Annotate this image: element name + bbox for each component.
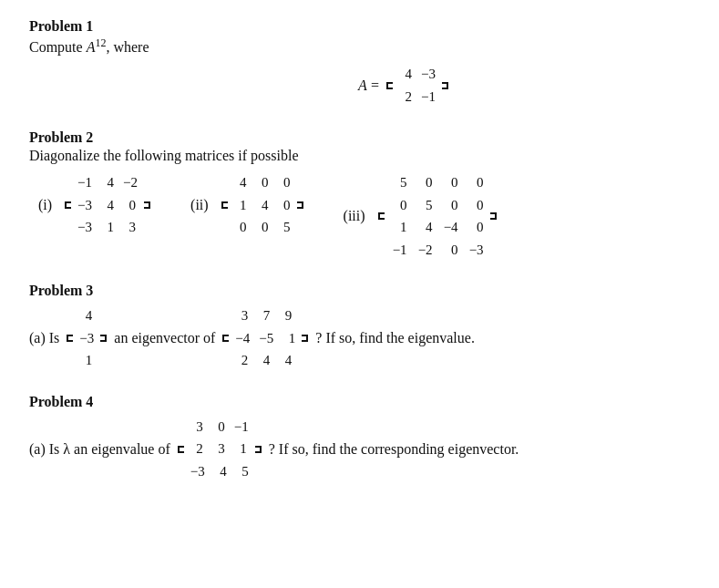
problem3-vector: 4 −3 1 xyxy=(67,304,107,372)
problem2-sub-iii: (iii) 5000 0500 14−40 −1−20−3 xyxy=(344,171,500,261)
problem3-matrix: 379 −4−51 244 xyxy=(222,304,308,372)
problem4-title: Problem 4 xyxy=(29,394,690,410)
problem3-block: Problem 3 (a) Is 4 −3 1 an eigenvector o… xyxy=(29,283,690,372)
page-content: Problem 1 Compute A12, where A = 4 −3 2 … xyxy=(29,18,690,482)
problem3-title: Problem 3 xyxy=(29,283,690,299)
problem2-sub-ii: (ii) 400 140 005 xyxy=(190,171,307,239)
problem3-row: (a) Is 4 −3 1 an eigenvector of 379 −4−5… xyxy=(29,304,690,372)
problem1-block: Problem 1 Compute A12, where A = 4 −3 2 … xyxy=(29,18,690,108)
problem2-block: Problem 2 Diagonalize the following matr… xyxy=(29,129,690,261)
problem2-desc: Diagonalize the following matrices if po… xyxy=(29,148,690,164)
problem1-desc: Compute A12, where xyxy=(29,36,690,56)
problem4-matrix: 30−1 231 −345 xyxy=(178,416,262,483)
problem1-formula: A = 4 −3 2 −1 xyxy=(120,63,690,108)
problem2-title: Problem 2 xyxy=(29,129,690,146)
problem1-matrix: 4 −3 2 −1 xyxy=(386,63,448,108)
problem1-title: Problem 1 xyxy=(29,18,690,35)
problem4-block: Problem 4 (a) Is λ an eigenvalue of 30−1… xyxy=(29,394,690,483)
problem4-row: (a) Is λ an eigenvalue of 30−1 231 −345 … xyxy=(29,416,690,483)
problem2-matrices: (i) −14−2 −340 −313 (ii) 400 xyxy=(38,171,690,261)
problem2-sub-i: (i) −14−2 −340 −313 xyxy=(38,171,154,239)
